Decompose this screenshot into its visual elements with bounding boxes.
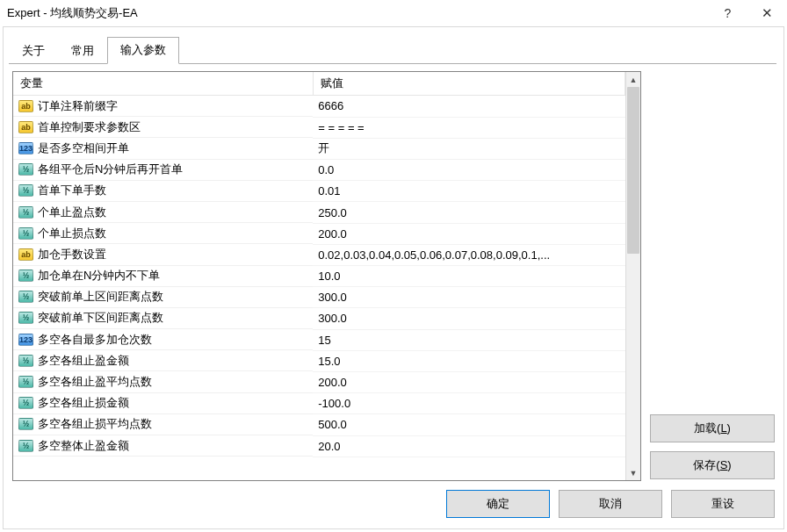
- table-row[interactable]: ½多空各组止损金额-100.0: [13, 393, 625, 414]
- table-row[interactable]: ½多空整体止盈金额20.0: [13, 435, 625, 457]
- load-button[interactable]: 加载(L): [650, 414, 775, 442]
- param-name-label: 个单止损点数: [38, 226, 106, 241]
- param-name-label: 多空各组止盈金额: [38, 353, 129, 369]
- param-name-label: 突破前单下区间距离点数: [38, 310, 163, 326]
- scroll-track[interactable]: [626, 87, 640, 465]
- param-value-cell[interactable]: 开: [313, 138, 625, 159]
- param-name-cell[interactable]: ½各组平仓后N分钟后再开首单: [13, 160, 313, 181]
- param-name-cell[interactable]: 123多空各自最多加仓次数: [13, 329, 313, 350]
- table-row[interactable]: 123多空各自最多加仓次数15: [13, 329, 625, 350]
- table-row[interactable]: ½突破前单下区间距离点数300.0: [13, 308, 625, 329]
- param-name-cell[interactable]: 123是否多空相间开单: [13, 138, 313, 159]
- table-row[interactable]: ab加仓手数设置0.02,0.03,0.04,0.05,0.06,0.07,0.…: [13, 244, 625, 265]
- table-row[interactable]: ab订单注释前缀字6666: [13, 96, 625, 118]
- table-row[interactable]: ½各组平仓后N分钟后再开首单0.0: [13, 160, 625, 181]
- table-row[interactable]: ½个单止盈点数250.0: [13, 202, 625, 223]
- param-value-cell[interactable]: 6666: [313, 96, 625, 118]
- table-row[interactable]: ½突破前单上区间距离点数300.0: [13, 287, 625, 308]
- param-name-label: 多空各自最多加仓次数: [38, 332, 152, 348]
- param-name-cell[interactable]: ½首单下单手数: [13, 181, 313, 202]
- v2-type-icon: ½: [18, 312, 33, 324]
- ok-button[interactable]: 确定: [446, 490, 550, 518]
- param-name-cell[interactable]: ½个单止损点数: [13, 223, 313, 244]
- 123-type-icon: 123: [18, 142, 33, 155]
- param-value-cell[interactable]: 500.0: [313, 414, 625, 435]
- tab-2[interactable]: 输入参数: [107, 37, 179, 64]
- vertical-scrollbar[interactable]: ▲ ▼: [625, 72, 640, 480]
- ab-type-icon: ab: [18, 121, 33, 133]
- param-name-cell[interactable]: ab首单控制要求参数区: [13, 117, 313, 138]
- param-name-cell[interactable]: ab订单注释前缀字: [13, 96, 313, 117]
- param-name-cell[interactable]: ½突破前单上区间距离点数: [13, 287, 313, 308]
- param-value-cell[interactable]: 250.0: [313, 202, 625, 223]
- help-icon[interactable]: ?: [708, 0, 747, 26]
- param-name-cell[interactable]: ½加仓单在N分钟内不下单: [13, 266, 313, 287]
- param-value-cell[interactable]: = = = = =: [313, 117, 625, 138]
- param-name-label: 多空各组止盈平均点数: [38, 374, 152, 390]
- table-row[interactable]: ½加仓单在N分钟内不下单10.0: [13, 266, 625, 287]
- load-label-suffix: ): [727, 421, 731, 435]
- param-value-cell[interactable]: 0.01: [313, 181, 625, 202]
- load-accel: L: [720, 421, 726, 435]
- param-value-cell[interactable]: 10.0: [313, 266, 625, 287]
- v2-type-icon: ½: [18, 206, 33, 219]
- table-row[interactable]: ½多空各组止盈金额15.0: [13, 350, 625, 371]
- cancel-button[interactable]: 取消: [559, 490, 662, 518]
- save-label-prefix: 保存(: [693, 458, 719, 471]
- reset-button[interactable]: 重设: [671, 490, 775, 518]
- param-name-label: 突破前单上区间距离点数: [38, 289, 163, 305]
- parameters-table: 变量 赋值 ab订单注释前缀字6666ab首单控制要求参数区= = = = =1…: [12, 71, 641, 481]
- param-value-cell[interactable]: -100.0: [313, 393, 625, 414]
- table-row[interactable]: ½多空各组止盈平均点数200.0: [13, 371, 625, 392]
- param-name-label: 多空各组止损平均点数: [38, 416, 152, 432]
- tab-0[interactable]: 关于: [9, 38, 58, 64]
- dialog-body: 关于常用输入参数 变量 赋值 ab订单注释前缀字6666ab首单控制要求参数区=…: [3, 26, 784, 529]
- v2-type-icon: ½: [18, 440, 33, 452]
- param-value-cell[interactable]: 0.02,0.03,0.04,0.05,0.06,0.07,0.08,0.09,…: [313, 244, 625, 265]
- param-value-cell[interactable]: 300.0: [313, 287, 625, 308]
- table-row[interactable]: ½多空各组止损平均点数500.0: [13, 414, 625, 435]
- v2-type-icon: ½: [18, 270, 33, 282]
- scroll-down-icon[interactable]: ▼: [626, 465, 640, 480]
- param-name-label: 订单注释前缀字: [38, 98, 118, 114]
- param-name-label: 是否多空相间开单: [38, 140, 129, 156]
- v2-type-icon: ½: [18, 355, 33, 367]
- param-value-cell[interactable]: 15: [313, 329, 625, 350]
- close-icon[interactable]: ✕: [747, 0, 787, 26]
- param-name-cell[interactable]: ½多空各组止盈金额: [13, 350, 313, 371]
- param-value-cell[interactable]: 15.0: [313, 350, 625, 371]
- tab-row: 关于常用输入参数: [4, 27, 783, 64]
- scroll-thumb[interactable]: [627, 87, 639, 254]
- column-header-value[interactable]: 赋值: [313, 72, 625, 96]
- param-value-cell[interactable]: 200.0: [313, 371, 625, 392]
- save-button[interactable]: 保存(S): [650, 451, 775, 479]
- v2-type-icon: ½: [18, 291, 33, 303]
- param-name-cell[interactable]: ½多空整体止盈金额: [13, 435, 313, 457]
- load-label-prefix: 加载(: [694, 421, 720, 435]
- tab-1[interactable]: 常用: [58, 38, 107, 64]
- param-name-cell[interactable]: ½多空各组止损金额: [13, 393, 313, 414]
- column-header-name[interactable]: 变量: [13, 72, 313, 96]
- param-value-cell[interactable]: 0.0: [313, 160, 625, 181]
- param-name-label: 加仓手数设置: [38, 247, 106, 262]
- window-title: Expert - 均线顺势交易-EA: [7, 5, 708, 21]
- param-name-cell[interactable]: ½突破前单下区间距离点数: [13, 308, 313, 329]
- v2-type-icon: ½: [18, 418, 33, 430]
- param-value-cell[interactable]: 20.0: [313, 435, 625, 457]
- param-name-label: 加仓单在N分钟内不下单: [38, 268, 160, 284]
- param-value-cell[interactable]: 300.0: [313, 308, 625, 329]
- scroll-up-icon[interactable]: ▲: [626, 72, 640, 87]
- param-name-label: 多空整体止盈金额: [38, 438, 129, 454]
- table-row[interactable]: ab首单控制要求参数区= = = = =: [13, 117, 625, 138]
- param-name-cell[interactable]: ½多空各组止盈平均点数: [13, 371, 313, 392]
- table-row[interactable]: ½个单止损点数200.0: [13, 223, 625, 244]
- param-value-cell[interactable]: 200.0: [313, 223, 625, 244]
- param-name-cell[interactable]: ½个单止盈点数: [13, 202, 313, 223]
- v2-type-icon: ½: [18, 376, 33, 388]
- param-name-cell[interactable]: ½多空各组止损平均点数: [13, 414, 313, 435]
- param-name-cell[interactable]: ab加仓手数设置: [13, 244, 313, 265]
- ab-type-icon: ab: [18, 248, 33, 261]
- param-name-label: 首单下单手数: [38, 183, 106, 198]
- table-row[interactable]: ½首单下单手数0.01: [13, 181, 625, 202]
- table-row[interactable]: 123是否多空相间开单开: [13, 138, 625, 159]
